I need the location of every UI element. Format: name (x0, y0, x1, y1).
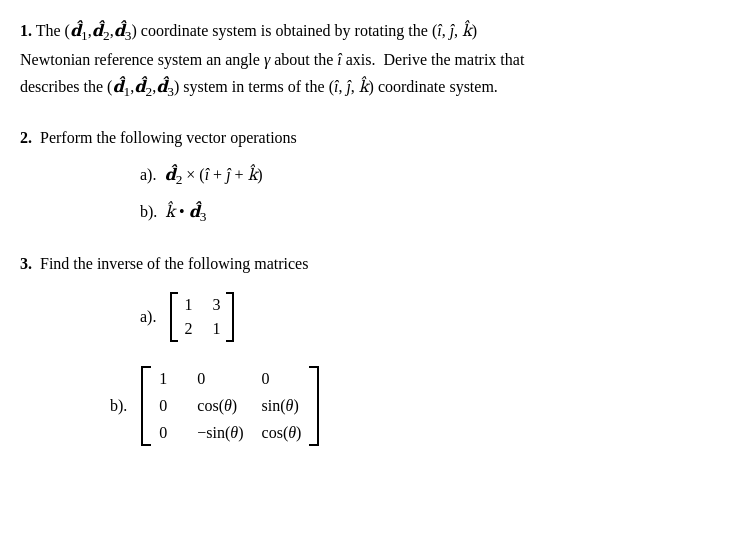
cell-r2c2: 1 (212, 320, 220, 338)
bracket-left-3x3 (141, 366, 151, 446)
cell3-r3c1: 0 (159, 424, 179, 442)
problem-1-number: 1. (20, 22, 32, 39)
problem-1: 1. The (d̂1,d̂2,d̂3) coordinate system i… (20, 18, 709, 103)
problem-2-part-a-label: a). (140, 166, 160, 183)
cell3-r2c1: 0 (159, 397, 179, 415)
matrix-2x2: 1 3 2 1 (170, 292, 234, 342)
problem-3-intro: 3. Find the inverse of the following mat… (20, 251, 709, 277)
cell-r1c2: 3 (212, 296, 220, 314)
problem-2-intro: 2. Perform the following vector operatio… (20, 125, 709, 151)
cell3-r2c2: cos(θ) (197, 397, 243, 415)
problem-3-part-a-label: a). (140, 308, 160, 326)
cell3-r1c2: 0 (197, 370, 243, 388)
bracket-left-2x2 (170, 292, 178, 342)
problem-2-part-a: a). d̂2 × (î + ĵ + k̂) (140, 161, 709, 192)
problem-2-part-a-expr: d̂2 × (î + ĵ + k̂) (164, 166, 262, 183)
problem-2-part-b-label: b). (140, 203, 161, 220)
matrix-2x2-inner: 1 3 2 1 (182, 292, 222, 342)
problem-1-line3: describes the (d̂1,d̂2,d̂3) system in te… (20, 74, 709, 103)
problem-3-part-b-label: b). (110, 397, 131, 415)
matrix-3x3: 1 0 0 0 cos(θ) sin(θ) 0 −sin(θ) cos(θ) (141, 366, 319, 446)
problem-3: 3. Find the inverse of the following mat… (20, 251, 709, 445)
problem-3-part-a: a). 1 3 2 1 (140, 292, 709, 342)
cell-r1c1: 1 (184, 296, 192, 314)
problem-2: 2. Perform the following vector operatio… (20, 125, 709, 230)
bracket-right-2x2 (226, 292, 234, 342)
bracket-right-3x3 (309, 366, 319, 446)
cell3-r3c2: −sin(θ) (197, 424, 243, 442)
cell-r2c1: 2 (184, 320, 192, 338)
problem-2-parts: a). d̂2 × (î + ĵ + k̂) b). k̂ • d̂3 (140, 161, 709, 229)
cell3-r1c3: 0 (262, 370, 302, 388)
problem-3-part-b: b). 1 0 0 0 cos(θ) sin(θ) 0 −sin(θ) cos(… (110, 366, 709, 446)
cell3-r2c3: sin(θ) (262, 397, 302, 415)
problem-1-line1: 1. The (d̂1,d̂2,d̂3) coordinate system i… (20, 18, 709, 47)
problem-1-line2: Newtonian reference system an angle γ ab… (20, 47, 709, 73)
problem-2-part-b: b). k̂ • d̂3 (140, 198, 709, 229)
problem-2-part-b-expr: k̂ • d̂3 (165, 203, 206, 220)
cell3-r1c1: 1 (159, 370, 179, 388)
matrix-3x3-inner: 1 0 0 0 cos(θ) sin(θ) 0 −sin(θ) cos(θ) (155, 366, 305, 446)
cell3-r3c3: cos(θ) (262, 424, 302, 442)
